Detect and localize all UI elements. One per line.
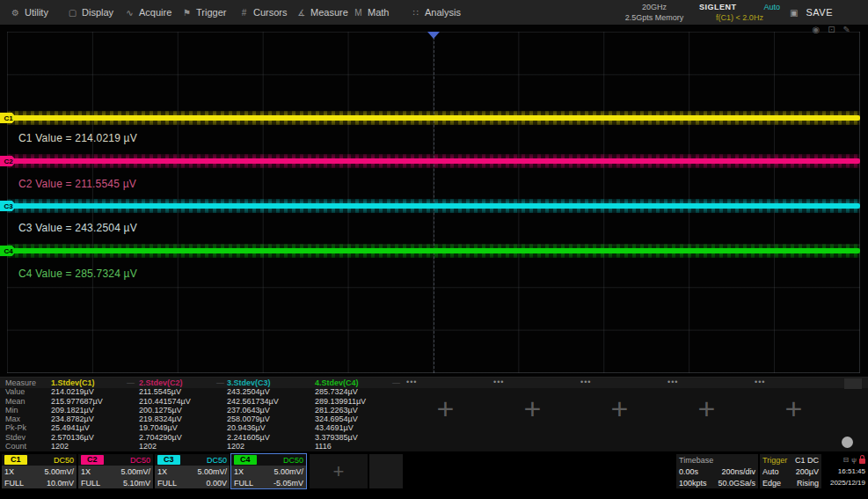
c1-scale: 5.00mV/	[44, 467, 74, 476]
measure-header-c3[interactable]: 3.Stdev(C3)	[227, 378, 311, 387]
c4-value-readout: C4 Value = 285.7324 µV	[18, 268, 137, 280]
measure-value: 25.4941µV	[51, 423, 135, 432]
measure-value: 2.704290µV	[139, 433, 223, 442]
timebase-scale: 200ns/div	[721, 467, 755, 476]
c2-trace-core	[7, 158, 860, 164]
slot-more-icon[interactable]: •••	[755, 378, 765, 386]
channel-box-c3[interactable]: C3 DC50 1X 5.00mV/ FULL 0.00V	[155, 454, 230, 488]
slot-more-icon[interactable]: •••	[667, 378, 678, 386]
measure-value: 285.7324µV	[315, 387, 399, 396]
channel-box-c1[interactable]: C1 DC50 1X 5.00mV/ FULL 10.0mV	[2, 454, 77, 488]
trigger-box[interactable]: Trigger C1 DC Auto 200µV Edge Rising	[760, 454, 821, 488]
add-measurement-button[interactable]: +	[751, 393, 836, 423]
measure-panel-handle[interactable]	[844, 378, 862, 389]
c3-trace-core	[7, 203, 860, 209]
annotation-icon[interactable]: ✎	[843, 25, 850, 34]
c4-badge: C4	[234, 455, 257, 465]
c2-attenuation: 1X	[81, 467, 91, 476]
row-label: Count	[5, 442, 36, 451]
c2-bandwidth: FULL	[81, 479, 100, 488]
c4-scale: 5.00mV/	[274, 467, 303, 476]
measure-value: 258.0079µV	[227, 415, 311, 423]
menu-trigger[interactable]: ⚑Trigger	[182, 7, 239, 18]
trigger-title: Trigger	[762, 456, 787, 465]
analysis-icon: ∷	[411, 8, 420, 18]
c2-waveform-trace	[7, 154, 860, 168]
column-collapse-dash[interactable]: —	[392, 378, 400, 387]
c1-row-offset: FULL 10.0mV	[2, 477, 77, 488]
menu-math[interactable]: MMath	[354, 7, 411, 18]
slot-more-icon[interactable]: •••	[493, 378, 504, 386]
menu-analysis[interactable]: ∷Analysis	[411, 7, 468, 18]
menu-label: Utility	[25, 7, 48, 18]
trigger-level: 200µV	[796, 467, 819, 476]
c3-row-coupling: C3 DC50	[155, 454, 230, 466]
bottom-status-bar: C1 DC50 1X 5.00mV/ FULL 10.0mV C2 DC50 1…	[0, 451, 868, 490]
c2-offset: 5.10mV	[123, 479, 150, 488]
c3-waveform-trace	[7, 199, 860, 213]
measure-empty-slot-5: ••• +	[751, 378, 836, 451]
fullscreen-icon[interactable]: ⊡	[828, 25, 835, 34]
measure-empty-slot-4: ••• +	[664, 378, 749, 451]
timebase-box[interactable]: Timebase 0.00s 200ns/div 100kpts 50.0GSa…	[676, 454, 758, 488]
menu-display[interactable]: ▢Display	[68, 7, 125, 18]
trigger-mode: Auto	[762, 467, 779, 476]
trigger-position-marker[interactable]	[427, 32, 440, 39]
measure-column-c2: 2.Stdev(C2) 211.5545µV 210.441574µV 200.…	[139, 378, 223, 451]
c3-row-scale: 1X 5.00mV/	[155, 466, 230, 477]
measure-value: 281.2263µV	[315, 406, 399, 415]
c1-value-readout: C1 Value = 214.0219 µV	[18, 132, 137, 144]
measure-value: 19.7049µV	[139, 423, 223, 432]
c3-coupling: DC50	[207, 456, 227, 465]
menu-measure[interactable]: ∡Measure	[296, 7, 354, 18]
measure-row-labels: Measure Value Mean Min Max Pk-Pk Stdev C…	[5, 378, 36, 451]
add-measurement-button[interactable]: +	[490, 393, 575, 423]
row-label: Value	[5, 387, 36, 396]
save-label: SAVE	[806, 7, 833, 18]
menu-utility[interactable]: ⚙Utility	[11, 7, 68, 18]
measure-value: 1202	[139, 442, 223, 451]
math-icon: M	[354, 8, 363, 18]
timebase-delay: 0.00s	[679, 467, 698, 476]
measure-value: 237.0643µV	[227, 406, 311, 415]
menu-label: Measure	[310, 7, 348, 18]
measure-value: 210.441574µV	[139, 397, 223, 406]
c3-attenuation: 1X	[157, 467, 167, 476]
measure-header-c2[interactable]: 2.Stdev(C2)	[139, 378, 223, 387]
measure-header-c4[interactable]: 4.Stdev(C4)	[315, 378, 399, 387]
measure-value: 219.8324µV	[139, 415, 223, 423]
measure-value: 1202	[51, 442, 135, 451]
slot-more-icon[interactable]: •••	[406, 378, 417, 386]
acquisition-status: 20GHz 2.5Gpts Memory	[614, 2, 695, 23]
c2-row-scale: 1X 5.00mV/	[78, 466, 153, 477]
channel-box-c4[interactable]: C4 DC50 1X 5.00mV/ FULL -5.05mV	[231, 454, 306, 488]
column-collapse-dash[interactable]: —	[127, 378, 135, 387]
c2-scale: 5.00mV/	[120, 467, 150, 476]
menu-acquire[interactable]: ∿Acquire	[125, 7, 182, 18]
row-label: Stdev	[5, 433, 36, 442]
frequency-counter: f(C1) < 2.0Hz	[699, 12, 780, 23]
channel-box-c2[interactable]: C2 DC50 1X 5.00mV/ FULL 5.10mV	[78, 454, 153, 488]
add-channel-button[interactable]: +	[310, 454, 368, 488]
slot-more-icon[interactable]: •••	[580, 378, 591, 386]
antenna-icon: ψ	[851, 456, 857, 464]
trigger-slope: Rising	[797, 479, 819, 488]
add-measurement-button[interactable]: +	[403, 393, 488, 423]
add-measurement-button[interactable]: +	[577, 393, 662, 423]
menu-cursors[interactable]: #Cursors	[239, 7, 296, 18]
c4-row-scale: 1X 5.00mV/	[231, 466, 306, 477]
system-time: 16:51:45	[838, 467, 865, 475]
measure-header-c1[interactable]: 1.Stdev(C1)	[51, 378, 135, 387]
column-collapse-dash[interactable]: —	[216, 378, 224, 387]
c1-bandwidth: FULL	[4, 479, 24, 488]
menu-label: Math	[368, 7, 389, 18]
c3-scale: 5.00mV/	[197, 467, 227, 476]
measure-panel-scroll-button[interactable]	[842, 437, 853, 448]
measure-value: 43.4691µV	[315, 423, 399, 432]
timebase-title: Timebase	[679, 456, 713, 465]
save-button[interactable]: ▣ SAVE	[790, 0, 833, 25]
c1-badge: C1	[4, 455, 27, 465]
measure-column-c1: 1.Stdev(C1) 214.0219µV 215.977687µV 209.…	[51, 378, 135, 451]
screenshot-icon[interactable]: ◉	[812, 25, 820, 34]
add-measurement-button[interactable]: +	[664, 393, 749, 423]
